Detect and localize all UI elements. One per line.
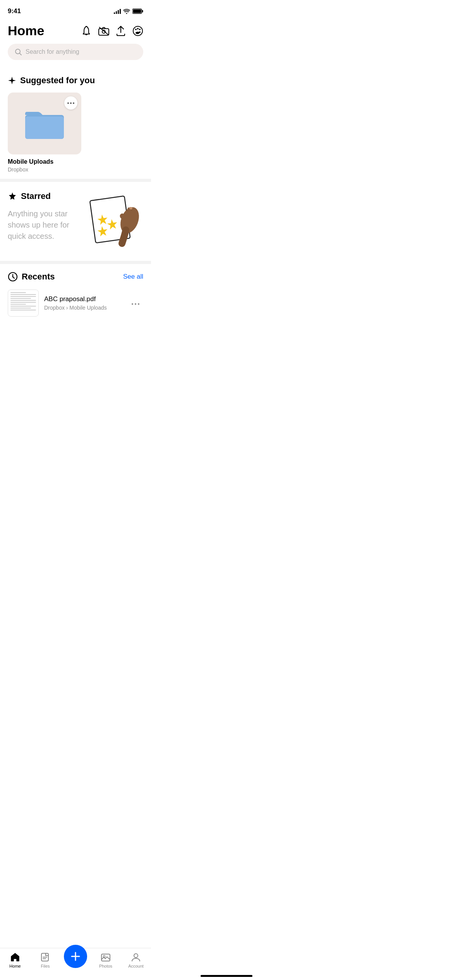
svg-point-8 bbox=[137, 28, 139, 29]
starred-description: Anything you star shows up here for quic… bbox=[8, 208, 77, 242]
recents-title: Recents bbox=[22, 272, 55, 282]
card-meta: Dropbox bbox=[8, 166, 81, 173]
pdf-line bbox=[10, 292, 26, 293]
svg-rect-1 bbox=[142, 10, 143, 12]
starred-text: Starred Anything you star shows up here … bbox=[8, 191, 81, 242]
svg-rect-14 bbox=[25, 117, 64, 139]
pdf-line bbox=[10, 308, 31, 308]
wifi-icon bbox=[123, 9, 130, 14]
signal-icon bbox=[114, 9, 121, 14]
section-divider bbox=[0, 179, 151, 182]
recent-file-path: Dropbox › Mobile Uploads bbox=[44, 305, 122, 311]
pdf-line bbox=[10, 298, 31, 299]
folder-graphic bbox=[23, 106, 66, 140]
starred-section: Starred Anything you star shows up here … bbox=[0, 182, 151, 261]
svg-rect-2 bbox=[133, 10, 141, 13]
svg-line-12 bbox=[20, 53, 21, 55]
svg-point-7 bbox=[135, 29, 137, 30]
pdf-line bbox=[10, 304, 26, 305]
svg-point-11 bbox=[15, 49, 20, 54]
recent-file-name: ABC praposal.pdf bbox=[44, 295, 122, 303]
pdf-line bbox=[10, 302, 36, 303]
svg-point-23 bbox=[132, 303, 133, 305]
pdf-line bbox=[10, 306, 36, 307]
svg-point-15 bbox=[67, 102, 69, 104]
pdf-line bbox=[10, 310, 36, 310]
page-title: Home bbox=[8, 23, 44, 38]
recent-item[interactable]: ABC praposal.pdf Dropbox › Mobile Upload… bbox=[8, 290, 143, 317]
sparkle-icon bbox=[8, 76, 16, 85]
folder-card[interactable]: Mobile Uploads Dropbox bbox=[8, 93, 81, 173]
camera-icon[interactable] bbox=[98, 26, 109, 36]
starred-illustration bbox=[81, 191, 143, 249]
recent-more-button[interactable] bbox=[128, 296, 143, 310]
battery-icon bbox=[132, 9, 143, 14]
status-icons bbox=[114, 9, 143, 14]
recents-header: Recents See all bbox=[8, 272, 143, 282]
recents-title-group: Recents bbox=[8, 272, 55, 282]
section-divider-2 bbox=[0, 261, 151, 264]
folder-thumbnail bbox=[8, 93, 81, 154]
search-bar[interactable]: Search for anything bbox=[8, 44, 143, 60]
more-dots-icon bbox=[132, 303, 139, 305]
pdf-preview bbox=[8, 290, 39, 317]
recent-info: ABC praposal.pdf Dropbox › Mobile Upload… bbox=[44, 295, 122, 311]
recents-section: Recents See all bbox=[0, 264, 151, 320]
starred-title: Starred bbox=[21, 191, 51, 201]
suggested-header: Suggested for you bbox=[8, 75, 143, 86]
svg-point-6 bbox=[133, 26, 142, 36]
search-icon bbox=[15, 48, 22, 55]
palette-icon[interactable] bbox=[132, 26, 143, 36]
see-all-button[interactable]: See all bbox=[123, 273, 143, 281]
pdf-line bbox=[10, 294, 36, 295]
search-placeholder: Search for anything bbox=[26, 48, 79, 55]
suggested-title: Suggested for you bbox=[20, 75, 95, 86]
card-name: Mobile Uploads bbox=[8, 158, 81, 165]
clock-icon bbox=[8, 272, 18, 282]
svg-point-16 bbox=[70, 102, 72, 104]
svg-point-17 bbox=[73, 102, 74, 104]
upload-icon[interactable] bbox=[116, 26, 125, 36]
svg-point-25 bbox=[138, 303, 139, 305]
suggested-cards: Mobile Uploads Dropbox bbox=[8, 93, 143, 173]
recent-thumbnail bbox=[8, 290, 39, 317]
svg-point-22 bbox=[12, 276, 14, 278]
star-icon bbox=[8, 192, 17, 201]
page-header: Home bbox=[0, 19, 151, 44]
starred-header: Starred bbox=[8, 191, 77, 201]
header-actions bbox=[81, 26, 143, 36]
suggested-section: Suggested for you bbox=[0, 68, 151, 179]
svg-point-9 bbox=[139, 29, 141, 30]
status-bar: 9:41 bbox=[0, 0, 151, 19]
pdf-line bbox=[10, 296, 36, 297]
more-dots-icon bbox=[67, 102, 74, 104]
status-time: 9:41 bbox=[8, 7, 21, 15]
search-container[interactable]: Search for anything bbox=[0, 44, 151, 68]
pdf-line bbox=[10, 300, 36, 301]
svg-point-24 bbox=[135, 303, 136, 305]
notification-icon[interactable] bbox=[81, 26, 91, 36]
card-more-button[interactable] bbox=[64, 96, 77, 110]
